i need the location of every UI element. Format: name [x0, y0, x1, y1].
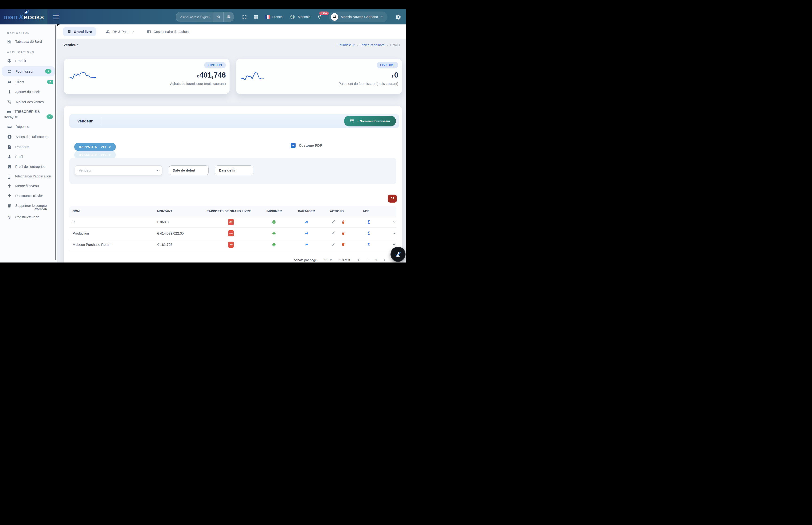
sidebar-item-label: Ajouter du stock	[15, 90, 40, 94]
vendors-table: NOM MONTANT RAPPORTS DE GRAND LIVRE IMPR…	[69, 206, 396, 250]
top-header: DIGITXBOOKS Fr	[0, 10, 406, 25]
col-imprimer: IMPRIMER	[266, 210, 298, 213]
sidebar-item-label: Mettre à niveau	[15, 184, 39, 188]
page-size-select[interactable]: 10	[324, 258, 332, 262]
jpg-export-button[interactable]: JPG	[228, 230, 234, 236]
hamburger-menu-icon[interactable]	[53, 14, 59, 20]
print-button[interactable]	[272, 231, 276, 236]
sidebar-scrollbar[interactable]	[55, 25, 56, 260]
sidebar-item-salles-des-utilisateurs[interactable]: Salles des utilisateurs	[0, 132, 57, 142]
col-montant: MONTANT	[157, 210, 206, 213]
dashboard-icon	[7, 39, 12, 44]
module-tabs-bar: Grand livre RH & Paie Gestionnaire de ta…	[57, 25, 406, 39]
knowledge-box-icon[interactable]	[224, 12, 234, 22]
sidebar-item-constructeur[interactable]: Constructeur de	[0, 212, 57, 222]
ai-robot-icon[interactable]	[213, 12, 224, 22]
sidebar-item-mettre-a-niveau[interactable]: Mettre à niveau	[0, 181, 57, 191]
vendeur-select[interactable]: Vendeur	[75, 165, 162, 175]
header-icons: French $€ Monnaie 1910 Mohsin Nawab Chan…	[242, 12, 406, 22]
breadcrumb-tableaux-de-bord[interactable]: Tableaux de bord	[360, 43, 385, 47]
edit-pencil-button[interactable]	[331, 242, 336, 247]
chat-widget-button[interactable]	[390, 247, 405, 262]
building-icon	[7, 164, 12, 169]
share-button[interactable]	[304, 220, 309, 224]
sidebar-section-navigation: NAVIGATION	[0, 30, 57, 37]
breadcrumb-separator: ›	[357, 43, 357, 47]
tab-gestionnaire-de-taches[interactable]: Gestionnaire de taches	[143, 27, 192, 36]
kanban-board-icon	[147, 30, 151, 34]
attention-warning-label: Attention	[0, 208, 57, 212]
sidebar-item-tableaux-de-bord[interactable]: Tableaux de Bord	[0, 37, 57, 46]
jpg-export-button[interactable]: JPG	[228, 219, 234, 225]
refresh-button[interactable]	[388, 195, 397, 202]
sidebar-item-produit[interactable]: Produit	[0, 56, 57, 66]
vendeur-panel: Vendeur + Nouveau fournisseur RAPPORTS -…	[64, 106, 402, 262]
tab-rh-paie[interactable]: RH & Paie	[102, 27, 138, 36]
current-page-number[interactable]: 1	[375, 258, 377, 262]
next-page-button[interactable]	[382, 258, 386, 262]
sidebar-item-rapports[interactable]: Rapports	[0, 142, 57, 152]
sidebar-item-profil-entreprise[interactable]: Profil de l'entreprise	[0, 162, 57, 171]
previous-page-button[interactable]	[366, 258, 370, 262]
sidebar-item-tresorerie-banque[interactable]: TRÉSORERIE & BANQUE 4	[0, 107, 57, 122]
user-menu[interactable]: Mohsin Nawab Chandna	[329, 12, 387, 22]
brand-logo[interactable]: DIGITXBOOKS	[0, 10, 47, 25]
sidebar-item-ajouter-des-ventes[interactable]: Ajouter des ventes	[0, 97, 57, 107]
sidebar-item-depense[interactable]: Dépense	[0, 122, 57, 132]
kpi-card-achats: LIVE KPI €401,746 Achats du fournisseur …	[64, 59, 230, 94]
user-name: Mohsin Nawab Chandna	[341, 15, 378, 19]
select-placeholder: Vendeur	[79, 168, 91, 172]
expand-row-chevron[interactable]	[392, 220, 396, 224]
age-hourglass-button[interactable]	[367, 231, 371, 236]
sidebar-item-profil[interactable]: Profil	[0, 152, 57, 162]
currency-switcher[interactable]: $€ Monnaie	[289, 14, 311, 20]
print-button[interactable]	[272, 242, 276, 247]
document-icon	[7, 145, 12, 149]
vendor-name: C	[73, 220, 157, 224]
sidebar-item-label: Profil	[15, 155, 23, 159]
sparkline-chart	[240, 68, 272, 85]
age-hourglass-button[interactable]	[367, 242, 371, 247]
date-fin-input[interactable]: Date de fin	[215, 165, 253, 175]
settings-gear-icon[interactable]	[395, 14, 401, 20]
sidebar-item-telecharger-application[interactable]: Telecharger l'application	[0, 171, 57, 181]
edit-pencil-button[interactable]	[331, 220, 336, 224]
share-button[interactable]	[304, 242, 309, 247]
age-hourglass-button[interactable]	[367, 220, 371, 224]
hr-users-gear-icon	[106, 29, 110, 34]
sidebar-item-client[interactable]: Client 2	[0, 77, 57, 87]
edit-pencil-button[interactable]	[331, 231, 336, 236]
sidebar-item-raccourcis-clavier[interactable]: Raccourcis clavier	[0, 191, 57, 201]
expand-row-chevron[interactable]	[392, 231, 396, 235]
ai-search-input[interactable]	[176, 15, 213, 19]
sidebar-item-label: Tableaux de Bord	[15, 40, 42, 44]
tab-grand-livre[interactable]: Grand livre	[63, 27, 96, 36]
cart-icon	[7, 100, 12, 104]
sidebar-item-label: Dépense	[16, 125, 29, 129]
fullscreen-icon[interactable]	[242, 15, 247, 19]
date-debut-input[interactable]: Date de début	[169, 165, 209, 175]
language-switcher[interactable]: French	[265, 15, 282, 19]
arrow-up-icon	[7, 183, 12, 188]
breadcrumb-fournisseur[interactable]: Fournisseur	[338, 43, 354, 47]
notifications-button[interactable]: 1910	[317, 14, 322, 20]
jpg-export-button[interactable]: JPG	[228, 242, 234, 248]
apps-grid-icon[interactable]	[254, 15, 258, 19]
share-button[interactable]	[304, 231, 309, 236]
delete-trash-button[interactable]	[341, 242, 346, 247]
delete-trash-button[interactable]	[341, 220, 346, 224]
expand-row-chevron[interactable]	[392, 242, 396, 246]
rapports-chip[interactable]: RAPPORTS -->to-->	[74, 143, 116, 151]
panel-header-band: Vendeur + Nouveau fournisseur	[69, 114, 399, 128]
nouveau-fournisseur-button[interactable]: + Nouveau fournisseur	[344, 116, 396, 126]
page-size-value: 10	[324, 258, 327, 262]
sidebar-item-ajouter-du-stock[interactable]: Ajouter du stock	[0, 87, 57, 97]
panel-title: Vendeur	[77, 119, 93, 123]
custome-pdf-checkbox[interactable]: Custome PDF	[291, 143, 322, 148]
sidebar-item-fournisseur[interactable]: Fournisseur 2	[2, 66, 55, 76]
user-circle-icon	[7, 134, 12, 139]
first-page-button[interactable]	[357, 258, 361, 262]
plus-icon	[7, 90, 12, 94]
delete-trash-button[interactable]	[341, 231, 346, 236]
print-button[interactable]	[272, 220, 276, 224]
